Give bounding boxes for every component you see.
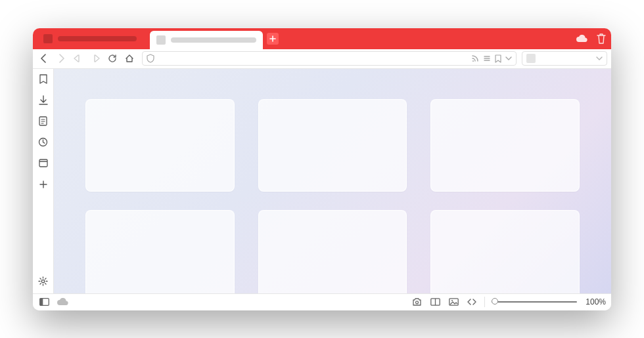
notes-panel-icon[interactable] bbox=[37, 115, 50, 128]
sync-cloud-icon[interactable] bbox=[572, 28, 591, 49]
svg-rect-6 bbox=[39, 299, 43, 306]
window-panel-icon[interactable] bbox=[37, 157, 50, 170]
svg-point-4 bbox=[41, 280, 44, 282]
browser-window: 100% bbox=[33, 28, 611, 310]
navigation-toolbar bbox=[33, 49, 611, 69]
tab-inactive[interactable] bbox=[37, 28, 150, 49]
home-button[interactable] bbox=[122, 51, 137, 66]
forward-button[interactable] bbox=[54, 51, 68, 66]
tab-favicon bbox=[156, 35, 166, 45]
history-panel-icon[interactable] bbox=[37, 136, 50, 149]
feed-icon[interactable] bbox=[471, 54, 479, 62]
zoom-slider[interactable] bbox=[492, 301, 577, 303]
search-field[interactable] bbox=[522, 51, 607, 66]
bookmark-icon[interactable] bbox=[495, 54, 501, 63]
tab-strip bbox=[33, 28, 611, 49]
speed-dial-tile[interactable] bbox=[85, 99, 235, 192]
tiling-icon[interactable] bbox=[429, 296, 441, 308]
svg-point-0 bbox=[472, 60, 474, 62]
image-toggle-icon[interactable] bbox=[448, 296, 459, 308]
svg-point-7 bbox=[415, 301, 418, 304]
settings-gear-icon[interactable] bbox=[37, 275, 50, 288]
zoom-level-label: 100% bbox=[582, 297, 606, 306]
side-panel bbox=[33, 69, 54, 293]
speed-dial-grid bbox=[85, 99, 580, 293]
rewind-button[interactable] bbox=[71, 51, 85, 66]
panel-toggle-icon[interactable] bbox=[38, 296, 50, 308]
bookmarks-panel-icon[interactable] bbox=[37, 73, 50, 86]
speed-dial-tile[interactable] bbox=[258, 210, 407, 293]
capture-icon[interactable] bbox=[411, 296, 423, 308]
svg-point-10 bbox=[451, 300, 453, 301]
search-engine-icon bbox=[526, 54, 536, 63]
shield-icon[interactable] bbox=[147, 54, 154, 63]
downloads-panel-icon[interactable] bbox=[37, 94, 50, 107]
status-bar: 100% bbox=[33, 293, 611, 310]
speed-dial-tile[interactable] bbox=[430, 99, 580, 192]
fast-forward-button[interactable] bbox=[88, 51, 103, 66]
trash-icon[interactable] bbox=[591, 28, 611, 49]
speed-dial-tile[interactable] bbox=[258, 99, 407, 192]
url-input[interactable] bbox=[158, 54, 467, 63]
reload-button[interactable] bbox=[105, 51, 120, 66]
new-tab-button[interactable] bbox=[267, 33, 279, 45]
speed-dial-tile[interactable] bbox=[85, 210, 235, 293]
tab-title-placeholder bbox=[58, 36, 137, 41]
speed-dial bbox=[54, 69, 611, 293]
search-engine-dropdown-icon[interactable] bbox=[596, 56, 603, 61]
address-bar[interactable] bbox=[142, 51, 517, 66]
svg-rect-3 bbox=[39, 159, 47, 167]
address-dropdown-icon[interactable] bbox=[505, 56, 512, 61]
tab-active[interactable] bbox=[150, 31, 263, 49]
add-panel-icon[interactable] bbox=[37, 178, 50, 191]
page-actions-icon[interactable] bbox=[466, 296, 478, 308]
tab-favicon bbox=[43, 34, 53, 43]
speed-dial-tile[interactable] bbox=[430, 210, 580, 293]
back-button[interactable] bbox=[37, 51, 51, 66]
body-area bbox=[33, 69, 611, 293]
sync-status-icon[interactable] bbox=[57, 296, 68, 308]
tab-title-placeholder bbox=[171, 37, 256, 43]
reader-view-icon[interactable] bbox=[483, 54, 491, 62]
zoom-control: 100% bbox=[492, 297, 606, 306]
